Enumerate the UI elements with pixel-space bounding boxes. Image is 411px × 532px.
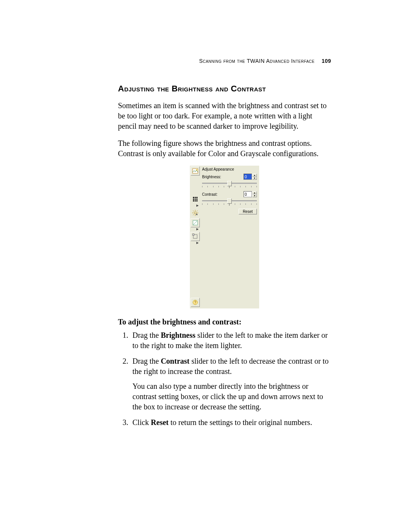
svg-rect-23 xyxy=(193,234,194,235)
svg-point-20 xyxy=(196,214,198,215)
brightness-row: Brightness: ▲ ▼ xyxy=(202,174,257,180)
image-icon[interactable] xyxy=(191,166,200,176)
step-text: to return the settings to their original… xyxy=(169,418,312,427)
expand-arrow-icon[interactable] xyxy=(191,204,200,208)
svg-line-18 xyxy=(197,211,198,211)
adjust-appearance-panel: ? Adjust Appearance Brightness: ▲ ▼ xyxy=(190,166,259,308)
brightness-input[interactable] xyxy=(244,174,252,180)
step-2-followup: You can also type a number directly into… xyxy=(132,381,331,412)
step-3: Click Reset to return the settings to th… xyxy=(130,417,331,428)
svg-line-19 xyxy=(193,214,194,215)
brightness-spinbox[interactable]: ▲ ▼ xyxy=(244,174,257,180)
contrast-input[interactable] xyxy=(244,191,252,197)
slider-thumb[interactable] xyxy=(227,181,232,186)
slider-thumb[interactable] xyxy=(227,198,232,204)
brightness-label: Brightness: xyxy=(202,175,221,179)
chapter-title: Scanning from the TWAIN Advanced Interfa… xyxy=(199,58,315,64)
expand-arrow-icon[interactable] xyxy=(191,227,200,231)
step-text: Click xyxy=(132,418,151,427)
spin-down-icon[interactable]: ▼ xyxy=(252,177,257,180)
step-2: Drag the Contrast slider to the left to … xyxy=(130,356,331,412)
tool-column: ? xyxy=(190,166,201,308)
svg-text:?: ? xyxy=(194,300,196,305)
figure-container: ? Adjust Appearance Brightness: ▲ ▼ xyxy=(118,166,331,308)
step-text: Drag the xyxy=(132,331,161,339)
contrast-spinbox[interactable]: ▲ ▼ xyxy=(244,191,257,197)
svg-rect-6 xyxy=(195,199,196,200)
svg-point-11 xyxy=(194,212,196,214)
step-bold: Brightness xyxy=(161,331,195,339)
brightness-slider[interactable] xyxy=(202,181,257,189)
procedure-steps: Drag the Brightness slider to the left t… xyxy=(118,330,331,428)
svg-line-16 xyxy=(193,211,194,211)
appearance-controls: Adjust Appearance Brightness: ▲ ▼ xyxy=(201,166,259,308)
procedure-heading: To adjust the brightness and contrast: xyxy=(118,318,331,326)
svg-rect-10 xyxy=(196,200,198,201)
contrast-slider[interactable] xyxy=(202,198,257,206)
reset-button[interactable]: Reset xyxy=(239,209,257,214)
svg-rect-4 xyxy=(196,197,198,198)
page: Scanning from the TWAIN Advanced Interfa… xyxy=(0,0,411,532)
running-header: Scanning from the TWAIN Advanced Interfa… xyxy=(199,58,331,64)
svg-rect-2 xyxy=(193,197,194,198)
expand-arrow-icon[interactable] xyxy=(191,241,200,245)
intro-paragraph-2: The following figure shows the brightnes… xyxy=(118,138,331,159)
crop-icon[interactable] xyxy=(191,232,200,241)
svg-rect-5 xyxy=(193,199,194,200)
sharpen-icon[interactable] xyxy=(191,218,200,227)
svg-rect-9 xyxy=(195,200,196,201)
step-bold: Contrast xyxy=(161,357,190,365)
svg-point-1 xyxy=(196,169,198,171)
spin-up-icon[interactable]: ▲ xyxy=(252,191,257,194)
contrast-label: Contrast: xyxy=(202,192,218,197)
intro-paragraph-1: Sometimes an item is scanned with the br… xyxy=(118,101,331,131)
step-bold: Reset xyxy=(151,418,169,427)
spin-down-icon[interactable]: ▼ xyxy=(252,194,257,197)
sun-icon[interactable] xyxy=(191,208,200,217)
help-icon[interactable]: ? xyxy=(191,298,200,307)
svg-rect-8 xyxy=(193,200,194,201)
contrast-row: Contrast: ▲ ▼ xyxy=(202,191,257,197)
page-number: 109 xyxy=(322,58,331,64)
grid-icon[interactable] xyxy=(191,195,200,204)
svg-rect-7 xyxy=(196,199,198,200)
section-title: Adjusting the Brightness and Contrast xyxy=(118,84,331,94)
step-text: Drag the xyxy=(132,357,161,365)
step-1: Drag the Brightness slider to the left t… xyxy=(130,330,331,351)
panel-title: Adjust Appearance xyxy=(202,167,257,171)
svg-rect-3 xyxy=(195,197,196,198)
spin-up-icon[interactable]: ▲ xyxy=(252,174,257,177)
